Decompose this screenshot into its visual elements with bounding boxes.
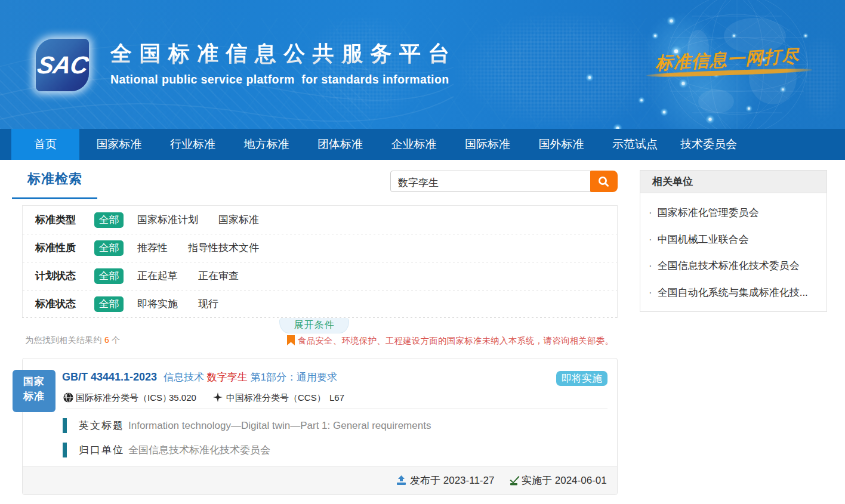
svg-text:SAC: SAC bbox=[36, 51, 89, 79]
